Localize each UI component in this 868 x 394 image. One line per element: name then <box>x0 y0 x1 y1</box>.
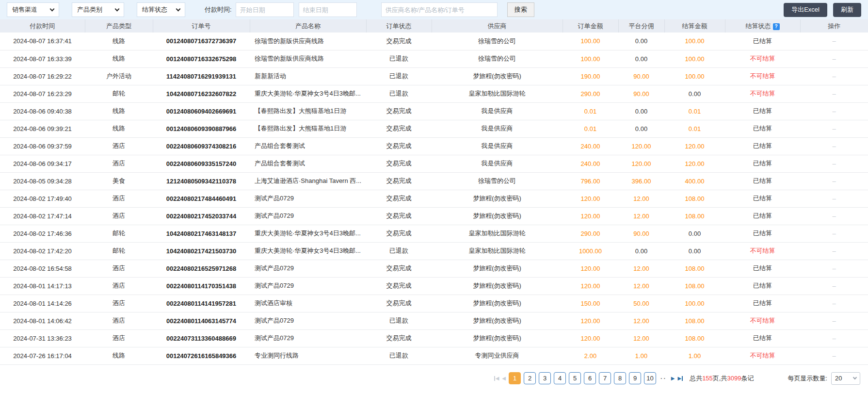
pagination-ellipsis[interactable]: ·· <box>660 375 667 382</box>
cell-action: – <box>800 207 868 225</box>
settlement-management-page: 销售渠道 产品类别 结算状态 付款时间: 搜索 导出Excel 刷新 付款时间产… <box>0 0 868 394</box>
settlement-status-select[interactable]: 结算状态 <box>137 2 185 17</box>
cell-order_no: 00224073113360488669 <box>153 329 250 347</box>
page-button-10[interactable]: 10 <box>644 372 656 384</box>
cell-payment_time: 2024-08-07 16:37:41 <box>0 33 85 50</box>
pagination-prev-button[interactable]: ◀ <box>502 376 506 381</box>
cell-order_status: 交易完成 <box>366 277 432 295</box>
cell-order_amount: 2.00 <box>563 347 618 364</box>
sales-channel-select[interactable]: 销售渠道 <box>7 2 59 17</box>
cell-order_status: 交易完成 <box>366 260 432 277</box>
start-date-input[interactable] <box>236 2 294 17</box>
cell-action: – <box>800 102 868 120</box>
cell-order_no: 00124072616165849366 <box>153 347 250 364</box>
cell-action: – <box>800 137 868 155</box>
cell-action: – <box>800 155 868 172</box>
cell-order_amount: 100.00 <box>563 50 618 67</box>
cell-payment_time: 2024-08-02 17:49:40 <box>0 190 85 207</box>
end-date-input[interactable] <box>299 2 357 17</box>
table-row: 2024-07-26 16:17:04线路0012407261616584936… <box>0 347 868 364</box>
page-button-8[interactable]: 8 <box>614 372 626 384</box>
cell-order_amount: 190.00 <box>563 67 618 85</box>
cell-action: – <box>800 295 868 312</box>
keyword-search-input[interactable] <box>381 2 498 17</box>
page-button-6[interactable]: 6 <box>584 372 596 384</box>
cell-supplier: 梦旅程(勿改密码) <box>432 260 563 277</box>
help-icon[interactable]: ? <box>773 23 780 30</box>
cell-commission: 12.00 <box>618 207 664 225</box>
cell-supplier: 徐瑞雪的公司 <box>432 50 563 67</box>
pagination-first-button[interactable]: ◀ <box>494 376 499 381</box>
cell-product_type: 邮轮 <box>85 242 153 260</box>
column-header-0: 付款时间 <box>0 19 85 33</box>
cell-order_status: 已退款 <box>366 312 432 329</box>
cell-action: – <box>800 67 868 85</box>
pagination-next-button[interactable]: ▶ <box>671 376 675 381</box>
refresh-button[interactable]: 刷新 <box>833 3 861 17</box>
page-button-3[interactable]: 3 <box>539 372 551 384</box>
page-size-select[interactable]: 20 <box>831 372 860 385</box>
cell-settlement_status: 不可结算 <box>725 50 800 67</box>
cell-settlement_amount: 100.00 <box>664 33 725 50</box>
cell-order_amount: 120.00 <box>563 312 618 329</box>
page-button-2[interactable]: 2 <box>524 372 536 384</box>
table-row: 2024-08-02 17:46:36邮轮1042408021746314813… <box>0 225 868 242</box>
pagination-last-button[interactable]: ▶ <box>677 376 683 381</box>
cell-order_status: 交易完成 <box>366 190 432 207</box>
table-row: 2024-08-06 09:37:59酒店0022408060937430821… <box>0 137 868 155</box>
page-button-5[interactable]: 5 <box>569 372 581 384</box>
page-size-value: 20 <box>835 375 842 382</box>
cell-payment_time: 2024-08-01 14:17:13 <box>0 277 85 295</box>
settlement-status-select-label: 结算状态 <box>142 5 167 14</box>
cell-action: – <box>800 85 868 102</box>
cell-payment_time: 2024-08-02 17:42:20 <box>0 242 85 260</box>
cell-settlement_status: 不可结算 <box>725 85 800 102</box>
cell-order_status: 已退款 <box>366 347 432 364</box>
chevron-down-icon <box>115 6 120 11</box>
cell-action: – <box>800 347 868 364</box>
cell-order_amount: 150.00 <box>563 295 618 312</box>
cell-action: – <box>800 312 868 329</box>
cell-supplier: 梦旅程(勿改密码) <box>432 312 563 329</box>
cell-order_status: 已退款 <box>366 50 432 67</box>
cell-settlement_status: 不可结算 <box>725 347 800 364</box>
cell-order_no: 11424080716291939131 <box>153 67 250 85</box>
product-category-select[interactable]: 产品类别 <box>72 2 124 17</box>
cell-order_no: 00124080609402669691 <box>153 102 250 120</box>
cell-product_name: 测试产品0729 <box>250 207 366 225</box>
cell-product_name: 测试产品0729 <box>250 190 366 207</box>
cell-product_name: 产品组合套餐测试 <box>250 137 366 155</box>
table-row: 2024-07-31 13:36:23酒店0022407311336048866… <box>0 329 868 347</box>
cell-payment_time: 2024-08-07 16:29:22 <box>0 67 85 85</box>
cell-supplier: 徐瑞雪的公司 <box>432 172 563 190</box>
cell-commission: 12.00 <box>618 312 664 329</box>
page-button-4[interactable]: 4 <box>554 372 566 384</box>
cell-product_name: 【春熙路出发】大熊猫基地1日游 <box>250 120 366 137</box>
search-button[interactable]: 搜索 <box>507 2 534 17</box>
cell-supplier: 梦旅程(勿改密码) <box>432 277 563 295</box>
page-button-9[interactable]: 9 <box>629 372 641 384</box>
cell-commission: 120.00 <box>618 137 664 155</box>
cell-commission: 90.00 <box>618 67 664 85</box>
cell-product_type: 酒店 <box>85 190 153 207</box>
cell-payment_time: 2024-08-05 09:34:28 <box>0 172 85 190</box>
cell-settlement_status: 已结算 <box>725 172 800 190</box>
page-button-7[interactable]: 7 <box>599 372 611 384</box>
cell-order_amount: 290.00 <box>563 225 618 242</box>
table-row: 2024-08-05 09:34:28美食1212408050934211037… <box>0 172 868 190</box>
page-buttons: 12345678910 <box>507 372 658 384</box>
cell-action: – <box>800 50 868 67</box>
cell-product_name: 测试产品0729 <box>250 260 366 277</box>
cell-order_amount: 0.01 <box>563 102 618 120</box>
export-excel-button[interactable]: 导出Excel <box>784 3 827 17</box>
cell-settlement_amount: 100.00 <box>664 295 725 312</box>
cell-settlement_amount: 0.00 <box>664 85 725 102</box>
page-button-1[interactable]: 1 <box>509 372 521 384</box>
cell-action: – <box>800 120 868 137</box>
cell-commission: 0.00 <box>618 50 664 67</box>
cell-commission: 90.00 <box>618 85 664 102</box>
cell-action: – <box>800 190 868 207</box>
cell-settlement_status: 已结算 <box>725 277 800 295</box>
cell-product_type: 线路 <box>85 347 153 364</box>
cell-settlement_status: 已结算 <box>725 329 800 347</box>
